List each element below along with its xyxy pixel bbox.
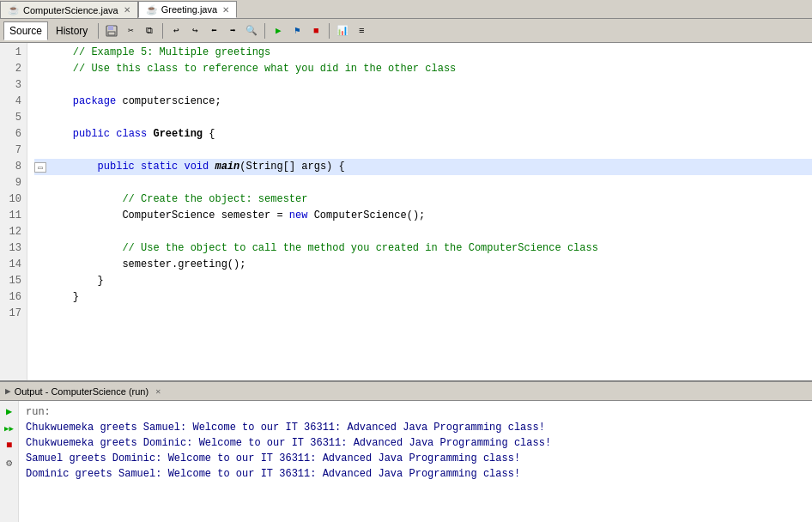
tab-computerscience[interactable]: ☕ ComputerScience.java ✕ [0,1,138,18]
output-body: run: Chukwuemeka greets Samuel: Welcome … [0,401,812,522]
tab-greeting[interactable]: ☕ Greeting.java ✕ [138,1,237,18]
ln-8: 8 [5,159,21,175]
output-sidebar [0,401,19,522]
ln-7: 7 [5,143,21,159]
code-line-4: package computerscience; [34,94,812,110]
toolbar-icon-back[interactable]: ⬅ [205,22,222,39]
output-run-label: run: [26,404,805,420]
ln-17: 17 [5,306,21,322]
ln-1: 1 [5,45,21,61]
stop-button[interactable] [3,439,16,452]
editor-main: 1 2 3 4 5 6 7 8 9 10 11 12 13 14 15 16 1… [0,43,812,380]
code-area[interactable]: // Example 5: Multiple greetings // Use … [27,43,812,380]
run-step-button[interactable] [3,422,16,435]
java-icon-1: ☕ [8,4,20,15]
tab-label-1: ComputerScience.java [23,5,118,15]
code-line-14: semester.greeting(); [34,257,812,273]
tab-close-2[interactable]: ✕ [222,5,229,15]
separator-2 [162,23,163,39]
ln-10: 10 [5,191,21,208]
output-title: Output - ComputerScience (run) [15,386,149,397]
separator-4 [329,23,330,39]
code-line-16: } [34,289,812,306]
toolbar-icon-cut[interactable]: ✂ [122,22,139,39]
code-line-7 [34,143,812,159]
toolbar-icon-run[interactable]: ▶ [270,22,287,39]
ln-16: 16 [5,289,21,306]
output-icon-hdr: ▶ [5,385,11,397]
output-line-3: Samuel greets Dominic: Welcome to our IT… [26,451,805,466]
ln-12: 12 [5,224,21,240]
output-line-2: Chukwuemeka greets Dominic: Welcome to o… [26,435,805,451]
run-button[interactable] [3,404,16,418]
tab-close-1[interactable]: ✕ [124,5,130,15]
ln-4: 4 [5,94,21,110]
tab-bar: ☕ ComputerScience.java ✕ ☕ Greeting.java… [0,0,812,19]
code-line-6: public class Greeting { [34,126,812,143]
toolbar: Source History ✂ ⧉ ↩ ↪ ⬅ ➡ 🔍 ▶ ⚑ ■ 📊 ≡ [0,19,812,43]
code-line-2: // Use this class to reference what you … [34,61,812,77]
ln-3: 3 [5,77,21,94]
ln-14: 14 [5,257,21,273]
fold-8[interactable]: ▭ [34,162,46,173]
svg-rect-1 [108,26,113,30]
source-tab-button[interactable]: Source [3,21,48,40]
ln-9: 9 [5,175,21,191]
settings-button[interactable] [3,456,16,470]
code-line-3 [34,77,812,94]
ln-2: 2 [5,61,21,77]
output-panel: ▶ Output - ComputerScience (run) ✕ run: … [0,380,812,522]
code-line-17 [34,306,812,322]
toolbar-icon-more[interactable]: ≡ [353,22,370,39]
code-line-11: ComputerScience semester = new ComputerS… [34,208,812,224]
toolbar-icon-fwd[interactable]: ➡ [224,22,241,39]
separator-3 [264,23,265,39]
code-line-1: // Example 5: Multiple greetings [34,45,812,61]
history-tab-button[interactable]: History [50,21,94,40]
code-line-13: // Use the object to call the method you… [34,240,812,257]
toolbar-icon-save[interactable] [103,22,120,39]
code-line-12 [34,224,812,240]
toolbar-icon-redo[interactable]: ↪ [186,22,203,39]
java-icon-2: ☕ [146,4,158,15]
toolbar-icon-chart[interactable]: 📊 [334,22,351,39]
code-line-9 [34,175,812,191]
separator-1 [98,23,99,39]
ln-13: 13 [5,240,21,257]
toolbar-icon-undo[interactable]: ↩ [167,22,185,39]
ln-5: 5 [5,110,21,126]
output-header: ▶ Output - ComputerScience (run) ✕ [0,382,812,401]
output-line-1: Chukwuemeka greets Samuel: Welcome to ou… [26,420,805,435]
toolbar-icon-debug[interactable]: ⚑ [288,22,306,39]
ln-11: 11 [5,208,21,224]
toolbar-icon-copy[interactable]: ⧉ [141,22,158,39]
code-line-8: ▭ public static void main(String[] args)… [34,159,812,175]
ln-6: 6 [5,126,21,143]
toolbar-icon-find[interactable]: 🔍 [243,22,260,39]
toolbar-icon-stop[interactable]: ■ [307,22,324,39]
code-line-10: // Create the object: semester [34,191,812,208]
output-content[interactable]: run: Chukwuemeka greets Samuel: Welcome … [19,401,812,522]
line-numbers: 1 2 3 4 5 6 7 8 9 10 11 12 13 14 15 16 1… [0,43,27,380]
ln-15: 15 [5,273,21,289]
output-line-4: Dominic greets Samuel: Welcome to our IT… [26,466,805,482]
tab-label-2: Greeting.java [161,4,217,15]
editor-container: 1 2 3 4 5 6 7 8 9 10 11 12 13 14 15 16 1… [0,43,812,380]
svg-rect-2 [108,32,115,35]
output-close-btn[interactable]: ✕ [155,386,161,397]
code-line-15: } [34,273,812,289]
code-line-5 [34,110,812,126]
